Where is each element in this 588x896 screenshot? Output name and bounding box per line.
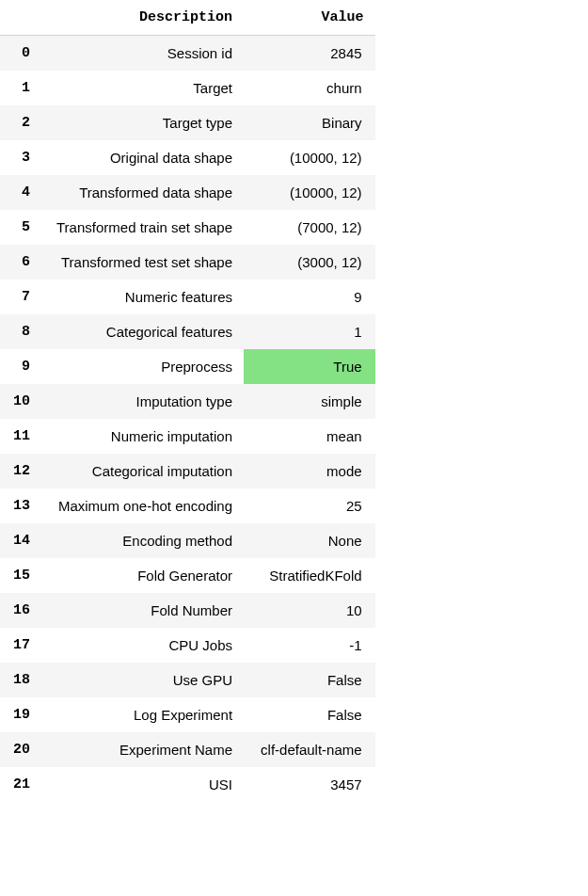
row-index: 11 [0,419,43,454]
row-index: 13 [0,488,43,523]
row-value: Binary [244,105,375,140]
row-value: clf-default-name [244,732,375,767]
table-row: 10Imputation typesimple [0,384,375,419]
row-value: 10 [244,593,375,628]
row-index: 16 [0,593,43,628]
header-value: Value [244,0,375,36]
row-index: 10 [0,384,43,419]
row-description: Transformed data shape [43,175,244,210]
header-row: Description Value [0,0,375,36]
table-row: 18Use GPUFalse [0,663,375,697]
row-index: 5 [0,210,43,245]
row-index: 18 [0,663,43,697]
row-description: Preprocess [43,349,244,384]
row-index: 15 [0,558,43,593]
table-row: 12Categorical imputationmode [0,454,375,488]
row-index: 17 [0,628,43,663]
table-row: 15Fold GeneratorStratifiedKFold [0,558,375,593]
row-value: (3000, 12) [244,245,375,280]
row-value: (10000, 12) [244,175,375,210]
row-description: Use GPU [43,663,244,697]
table-row: 21USI3457 [0,767,375,802]
row-value: StratifiedKFold [244,558,375,593]
table-row: 17CPU Jobs-1 [0,628,375,663]
row-value: (7000, 12) [244,210,375,245]
table-row: 7Numeric features9 [0,280,375,314]
table-row: 9PreprocessTrue [0,349,375,384]
header-index [0,0,43,36]
setup-summary-table: Description Value 0Session id28451Target… [0,0,375,802]
row-value: simple [244,384,375,419]
table-row: 3Original data shape(10000, 12) [0,140,375,175]
row-description: Fold Generator [43,558,244,593]
row-index: 1 [0,71,43,105]
row-description: Maximum one-hot encoding [43,488,244,523]
row-description: Original data shape [43,140,244,175]
row-description: Target [43,71,244,105]
row-index: 7 [0,280,43,314]
row-description: Numeric imputation [43,419,244,454]
row-index: 12 [0,454,43,488]
row-index: 8 [0,314,43,349]
row-description: Session id [43,36,244,72]
row-value: False [244,663,375,697]
row-description: Imputation type [43,384,244,419]
row-value: 3457 [244,767,375,802]
row-description: Encoding method [43,523,244,558]
row-index: 2 [0,105,43,140]
row-description: Experiment Name [43,732,244,767]
row-value: True [244,349,375,384]
table-body: 0Session id28451Targetchurn2Target typeB… [0,36,375,803]
row-description: Categorical imputation [43,454,244,488]
table-row: 6Transformed test set shape(3000, 12) [0,245,375,280]
row-description: Log Experiment [43,697,244,732]
row-description: Categorical features [43,314,244,349]
row-value: (10000, 12) [244,140,375,175]
table-row: 4Transformed data shape(10000, 12) [0,175,375,210]
row-description: Transformed test set shape [43,245,244,280]
row-description: Target type [43,105,244,140]
table-row: 1Targetchurn [0,71,375,105]
table-row: 0Session id2845 [0,36,375,72]
row-description: CPU Jobs [43,628,244,663]
row-index: 19 [0,697,43,732]
row-value: mode [244,454,375,488]
table-row: 8Categorical features1 [0,314,375,349]
table-row: 11Numeric imputationmean [0,419,375,454]
table-row: 13Maximum one-hot encoding25 [0,488,375,523]
row-value: 25 [244,488,375,523]
table-row: 14Encoding methodNone [0,523,375,558]
row-value: None [244,523,375,558]
row-value: mean [244,419,375,454]
row-index: 6 [0,245,43,280]
table-row: 5Transformed train set shape(7000, 12) [0,210,375,245]
row-index: 0 [0,36,43,72]
row-value: churn [244,71,375,105]
row-index: 20 [0,732,43,767]
table-row: 20Experiment Nameclf-default-name [0,732,375,767]
row-index: 14 [0,523,43,558]
header-description: Description [43,0,244,36]
row-value: 2845 [244,36,375,72]
row-value: False [244,697,375,732]
table-row: 16Fold Number10 [0,593,375,628]
row-value: 9 [244,280,375,314]
table-row: 19Log ExperimentFalse [0,697,375,732]
row-index: 4 [0,175,43,210]
row-description: USI [43,767,244,802]
row-value: -1 [244,628,375,663]
row-index: 21 [0,767,43,802]
row-index: 3 [0,140,43,175]
row-description: Fold Number [43,593,244,628]
row-index: 9 [0,349,43,384]
row-description: Transformed train set shape [43,210,244,245]
row-value: 1 [244,314,375,349]
row-description: Numeric features [43,280,244,314]
table-row: 2Target typeBinary [0,105,375,140]
